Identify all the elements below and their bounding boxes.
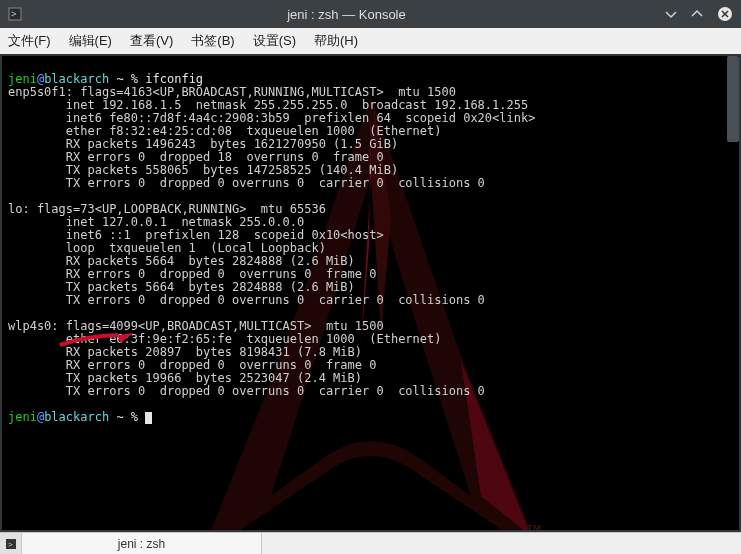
prompt-user: jeni: [8, 72, 37, 86]
out-line: wlp4s0: flags=4099<UP,BROADCAST,MULTICAS…: [8, 319, 384, 333]
menu-bookmarks[interactable]: 书签(B): [191, 32, 234, 50]
svg-text:>: >: [8, 540, 13, 549]
new-tab-button[interactable]: >: [0, 533, 22, 554]
out-line: TX packets 5664 bytes 2824888 (2.6 MiB): [8, 280, 355, 294]
svg-text:™: ™: [526, 522, 542, 530]
out-line: RX errors 0 dropped 0 overruns 0 frame 0: [8, 358, 376, 372]
prompt-host: blackarch: [44, 410, 109, 424]
tab-label: jeni : zsh: [118, 537, 165, 551]
out-line: RX errors 0 dropped 0 overruns 0 frame 0: [8, 267, 376, 281]
menu-edit[interactable]: 编辑(E): [69, 32, 112, 50]
out-line: inet 192.168.1.5 netmask 255.255.255.0 b…: [8, 98, 528, 112]
tab-terminal[interactable]: jeni : zsh: [22, 533, 262, 554]
out-line: TX packets 19966 bytes 2523047 (2.4 MiB): [8, 371, 362, 385]
out-line: loop txqueuelen 1 (Local Loopback): [8, 241, 326, 255]
app-icon: >: [8, 7, 28, 21]
titlebar: > jeni : zsh — Konsole: [0, 0, 741, 28]
out-line: TX errors 0 dropped 0 overruns 0 carrier…: [8, 176, 485, 190]
menu-settings[interactable]: 设置(S): [253, 32, 296, 50]
out-line: RX packets 1496243 bytes 1621270950 (1.5…: [8, 137, 398, 151]
prompt-command: ifconfig: [145, 72, 203, 86]
out-line: inet6 fe80::7d8f:4a4c:2908:3b59 prefixle…: [8, 111, 535, 125]
out-line: RX packets 20897 bytes 8198431 (7.8 MiB): [8, 345, 362, 359]
out-line: TX errors 0 dropped 0 overruns 0 carrier…: [8, 384, 485, 398]
cursor-icon: [145, 412, 152, 424]
prompt-sep: ~ %: [109, 72, 145, 86]
menu-view[interactable]: 查看(V): [130, 32, 173, 50]
svg-text:>: >: [11, 9, 16, 19]
statusbar: > jeni : zsh: [0, 532, 741, 554]
out-line: enp5s0f1: flags=4163<UP,BROADCAST,RUNNIN…: [8, 85, 456, 99]
out-line: TX errors 0 dropped 0 overruns 0 carrier…: [8, 293, 485, 307]
out-line: RX packets 5664 bytes 2824888 (2.6 MiB): [8, 254, 355, 268]
prompt-user: jeni: [8, 410, 37, 424]
window-controls: [665, 6, 733, 22]
window-title: jeni : zsh — Konsole: [28, 7, 665, 22]
out-line: lo: flags=73<UP,LOOPBACK,RUNNING> mtu 65…: [8, 202, 326, 216]
out-line: RX errors 0 dropped 18 overruns 0 frame …: [8, 150, 384, 164]
out-line: inet6 ::1 prefixlen 128 scopeid 0x10<hos…: [8, 228, 384, 242]
prompt-sep: ~ %: [109, 410, 145, 424]
menu-file[interactable]: 文件(F): [8, 32, 51, 50]
terminal-view[interactable]: ™ jeni@blackarch ~ % ifconfig enp5s0f1: …: [2, 56, 739, 530]
scrollbar[interactable]: [727, 56, 739, 142]
close-icon[interactable]: [717, 6, 733, 22]
maximize-icon[interactable]: [691, 8, 703, 20]
minimize-icon[interactable]: [665, 8, 677, 20]
out-line: ether e6:3f:9e:f2:65:fe txqueuelen 1000 …: [8, 332, 441, 346]
prompt-host: blackarch: [44, 72, 109, 86]
out-line: TX packets 558065 bytes 147258525 (140.4…: [8, 163, 398, 177]
terminal-output: jeni@blackarch ~ % ifconfig enp5s0f1: fl…: [8, 60, 733, 437]
menubar: 文件(F) 编辑(E) 查看(V) 书签(B) 设置(S) 帮助(H): [0, 28, 741, 54]
out-line: ether f8:32:e4:25:cd:08 txqueuelen 1000 …: [8, 124, 441, 138]
menu-help[interactable]: 帮助(H): [314, 32, 358, 50]
app-window: > jeni : zsh — Konsole 文件(F) 编辑(E) 查看(V)…: [0, 0, 741, 554]
out-line: inet 127.0.0.1 netmask 255.0.0.0: [8, 215, 304, 229]
